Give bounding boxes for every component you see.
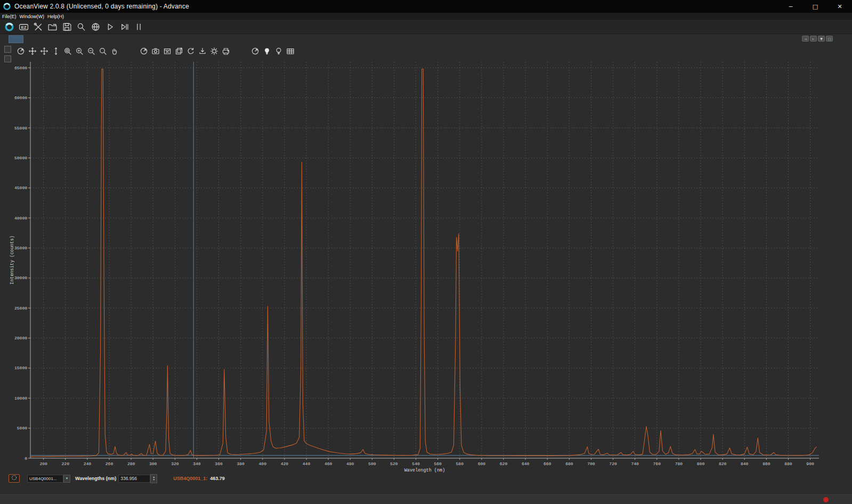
workspace: ◄►▼□ 05000100001500020000250003000035000… (0, 34, 852, 494)
move-axes-button[interactable] (38, 46, 50, 56)
chevron-down-icon: ▼ (66, 477, 69, 480)
lamp-on-icon (263, 47, 271, 55)
oceanview-logo-icon (4, 22, 14, 32)
x-tick-label: 200 (39, 461, 47, 466)
menubar: File(E)Window(W)Help(H) (0, 13, 852, 20)
wavelength-value: 336.956 (120, 476, 137, 481)
scroll-left-button[interactable]: ◄ (802, 36, 809, 42)
move-axes-icon (40, 47, 48, 55)
wavelength-input[interactable]: 336.956 (118, 475, 150, 483)
scroll-right-icon: ► (812, 37, 815, 40)
refresh-button[interactable] (185, 46, 197, 56)
pan-icon (28, 47, 37, 55)
print-button[interactable] (220, 46, 232, 56)
open-file-button[interactable] (46, 20, 59, 33)
chart-toolbar (15, 45, 314, 57)
lamp-on-button[interactable] (261, 46, 273, 56)
x-tick-label: 440 (303, 461, 311, 466)
x-tick-label: 540 (412, 461, 420, 466)
search-button[interactable] (75, 20, 87, 33)
settings-button[interactable] (208, 46, 220, 56)
x-tick-label: 580 (456, 461, 464, 466)
spectrum-chart[interactable]: 0500010000150002000025000300003500040000… (9, 58, 842, 473)
close-button[interactable]: ✕ (827, 0, 852, 13)
pan-button[interactable] (27, 46, 38, 56)
view-tab[interactable] (9, 35, 23, 43)
x-tick-label: 320 (171, 461, 179, 466)
scroll-right-button[interactable]: ► (810, 36, 817, 42)
zoom-out-button[interactable] (85, 46, 97, 56)
spinner-down-icon: ▼ (152, 478, 155, 481)
x-tick-label: 660 (543, 461, 551, 466)
source-select[interactable]: USB4Q0001... (27, 475, 63, 483)
x-tick-label: 640 (522, 461, 530, 466)
rail-item-icon[interactable] (4, 46, 11, 53)
scale-y-button[interactable] (50, 46, 62, 56)
zoom-in-icon (75, 47, 84, 55)
lamp-off-button[interactable] (273, 46, 285, 56)
zoom-in-button[interactable] (74, 46, 85, 56)
zoom-cursor-button[interactable] (97, 46, 109, 56)
table-view-button[interactable] (285, 46, 296, 56)
x-tick-label: 900 (806, 461, 814, 466)
zoom-region-button[interactable] (62, 46, 74, 56)
search-icon (76, 22, 86, 32)
copy-graph-button[interactable] (173, 46, 185, 56)
menu-help[interactable]: Help(H) (47, 14, 64, 19)
autoscale-icon (140, 47, 148, 55)
main-toolbar: EZ (0, 20, 852, 34)
menu-window[interactable]: Window(W) (20, 14, 45, 19)
spectrum-line (30, 69, 817, 457)
source-select-arrow[interactable]: ▼ (63, 475, 70, 483)
copy-graph-icon (175, 47, 183, 55)
maximize-icon: □ (813, 3, 818, 10)
x-tick-label: 600 (478, 461, 486, 466)
x-tick-label: 840 (741, 461, 749, 466)
export-data-button[interactable] (197, 46, 208, 56)
scroll-left-icon: ◄ (804, 37, 807, 40)
schematic-icon (91, 22, 101, 32)
zoom-region-icon (63, 47, 72, 55)
autoscale-button[interactable] (138, 46, 150, 56)
x-tick-label: 420 (281, 461, 289, 466)
y-tick-label: 10000 (14, 396, 27, 401)
x-tick-label: 880 (784, 461, 792, 466)
tools-button[interactable] (31, 20, 44, 33)
clear-graph-icon (163, 47, 172, 55)
x-tick-label: 480 (346, 461, 354, 466)
run-play-button[interactable] (103, 20, 116, 33)
tray-notification-icon[interactable] (823, 497, 829, 502)
overlay-button[interactable] (9, 474, 20, 483)
drag-hand-button[interactable] (109, 46, 120, 56)
y-tick-label: 0 (25, 456, 27, 461)
restore-panel-button[interactable]: □ (826, 36, 833, 42)
clear-graph-button[interactable] (161, 46, 173, 56)
zoom-cursor-icon (99, 47, 107, 55)
autoscale-button[interactable] (249, 46, 261, 56)
camera-button[interactable] (150, 46, 161, 56)
drag-hand-icon (110, 47, 119, 55)
x-tick-label: 820 (719, 461, 727, 466)
minimize-panel-button[interactable]: ▼ (818, 36, 825, 42)
menu-file[interactable]: File(E) (2, 14, 17, 19)
x-tick-label: 740 (631, 461, 639, 466)
export-data-icon (198, 47, 207, 55)
minimize-button[interactable]: ─ (778, 0, 803, 13)
camera-icon (151, 47, 160, 55)
run-step-button[interactable] (118, 20, 131, 33)
titlebar: OceanView 2.0.8 (Unlicensed, 0 days rema… (0, 0, 852, 13)
restore-panel-icon: □ (828, 37, 831, 40)
ez-mode-button[interactable]: EZ (17, 20, 30, 33)
dissolve-icon (11, 474, 18, 483)
maximize-button[interactable]: □ (803, 0, 827, 13)
schematic-button[interactable] (89, 20, 102, 33)
wavelength-spinner[interactable]: ▲ ▼ (150, 474, 157, 483)
autoscale-button[interactable] (15, 46, 27, 56)
run-pause-button[interactable] (132, 20, 145, 33)
x-tick-label: 400 (259, 461, 267, 466)
source-select-value: USB4Q0001... (29, 476, 57, 481)
save-button[interactable] (60, 20, 73, 33)
x-tick-label: 560 (434, 461, 442, 466)
run-pause-icon (134, 22, 144, 32)
x-tick-label: 700 (587, 461, 595, 466)
